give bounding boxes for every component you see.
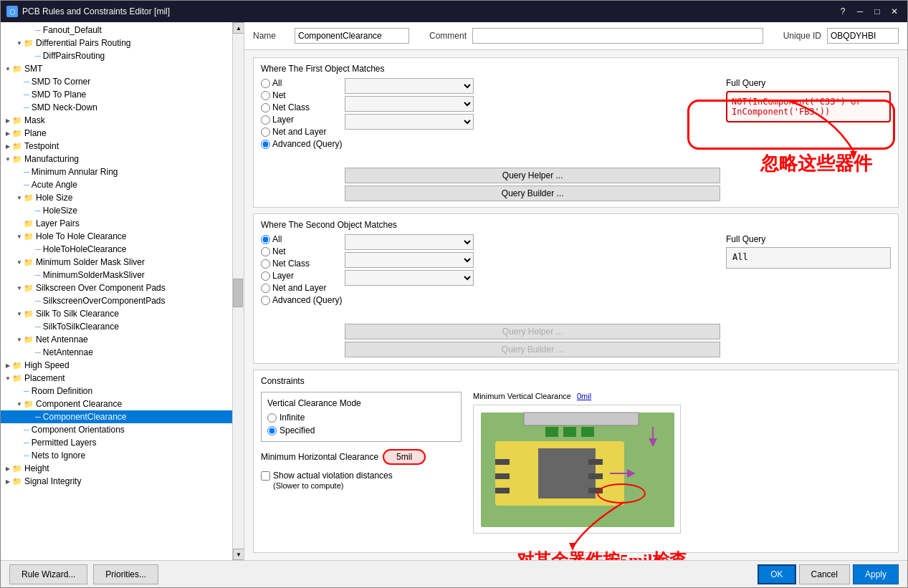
expand-icon[interactable]: ▶: [4, 140, 12, 152]
tree-item-comp_clearance[interactable]: ▼ 📁 Component Clearance: [1, 397, 232, 410]
help-button[interactable]: ?: [836, 4, 850, 19]
second-match-net[interactable]: Net: [261, 246, 342, 256]
first-match-net-layer[interactable]: Net and Layer: [261, 127, 342, 137]
tree-item-label: Height: [24, 463, 49, 473]
first-match-advanced[interactable]: Advanced (Query): [261, 139, 342, 149]
tree-item-manufacturing[interactable]: ▼ 📁 Manufacturing: [1, 153, 232, 165]
expand-icon[interactable]: ▼: [15, 231, 24, 242]
expand-icon[interactable]: ▶: [4, 115, 12, 126]
first-match-netclass[interactable]: Net Class: [261, 102, 342, 112]
tree-item-testpoint[interactable]: ▶ 📁 Testpoint: [1, 140, 232, 153]
expand-icon[interactable]: ▼: [15, 398, 24, 410]
scroll-down-btn[interactable]: ▼: [233, 549, 244, 560]
tree-item-hole_to_hole_sub[interactable]: ─ HoleToHoleClearance: [1, 243, 232, 256]
name-input[interactable]: [295, 28, 409, 44]
infinite-radio[interactable]: Infinite: [267, 413, 455, 423]
tree-item-smd_to_plane[interactable]: ─ SMD To Plane: [1, 88, 232, 101]
expand-icon[interactable]: ▼: [15, 308, 24, 319]
maximize-button[interactable]: □: [870, 4, 884, 19]
expand-icon[interactable]: ▼: [4, 372, 12, 384]
expand-icon[interactable]: ▶: [4, 476, 12, 487]
scroll-thumb[interactable]: [233, 279, 243, 307]
tree-item-permitted_layers[interactable]: ─ Permitted Layers: [1, 436, 232, 449]
tree-item-silkscreen_over[interactable]: ▼ 📁 Silkscreen Over Component Pads: [1, 281, 232, 294]
expand-icon[interactable]: ▼: [15, 192, 24, 203]
unique-id-input[interactable]: [827, 28, 899, 44]
priorities-btn[interactable]: Priorities...: [93, 564, 158, 584]
tree-item-signal_integrity[interactable]: ▶ 📁 Signal Integrity: [1, 475, 232, 488]
apply-btn[interactable]: Apply: [853, 564, 899, 584]
first-match-dd2[interactable]: [345, 96, 474, 112]
tree-item-placement[interactable]: ▼ 📁 Placement: [1, 372, 232, 385]
tree-item-icon: ─: [24, 168, 29, 176]
expand-icon[interactable]: ▶: [4, 463, 12, 474]
expand-icon[interactable]: ▼: [15, 282, 24, 294]
show-violations-check[interactable]: Show actual violation distances(Slower t…: [261, 471, 462, 491]
scroll-up-btn[interactable]: ▲: [233, 22, 244, 34]
second-query-builder-btn[interactable]: Query Builder ...: [345, 342, 720, 357]
min-horiz-input[interactable]: [383, 449, 426, 465]
second-match-dd1[interactable]: [345, 234, 474, 250]
tree-item-icon: ─: [24, 180, 29, 189]
second-match-net-layer[interactable]: Net and Layer: [261, 283, 342, 293]
tree-item-nets_to_ignore[interactable]: ─ Nets to Ignore: [1, 449, 232, 462]
tree-item-hole_size_sub[interactable]: ─ HoleSize: [1, 204, 232, 217]
specified-radio[interactable]: Specified: [267, 425, 455, 435]
tree-item-comp_clearance_sub[interactable]: ─ ComponentClearance: [1, 410, 232, 423]
second-match-netclass[interactable]: Net Class: [261, 259, 342, 269]
tree-item-comp_orient[interactable]: ─ Component Orientations: [1, 423, 232, 436]
second-match-advanced[interactable]: Advanced (Query): [261, 295, 342, 305]
tree-item-diff_pairs_routing_sub[interactable]: ─ DiffPairsRouting: [1, 49, 232, 62]
first-match-all[interactable]: All: [261, 78, 342, 88]
second-match-dd2[interactable]: [345, 252, 474, 268]
tree-item-min_annular_ring[interactable]: ─ Minimum Annular Ring: [1, 165, 232, 178]
second-query-helper-btn[interactable]: Query Helper ...: [345, 324, 720, 339]
tree-item-diff_pairs_routing[interactable]: ▼ 📁 Differential Pairs Routing: [1, 37, 232, 49]
tree-container[interactable]: ─ Fanout_Default ▼ 📁 Differential Pairs …: [1, 22, 232, 560]
first-match-layer[interactable]: Layer: [261, 115, 342, 125]
tree-item-min_solder_mask_sub[interactable]: ─ MinimumSolderMaskSliver: [1, 269, 232, 281]
expand-icon[interactable]: ▼: [15, 37, 24, 49]
first-query-helper-btn[interactable]: Query Helper ...: [345, 168, 720, 183]
cancel-btn[interactable]: Cancel: [799, 564, 850, 584]
expand-icon[interactable]: ▼: [4, 153, 12, 165]
expand-icon[interactable]: ▼: [15, 256, 24, 268]
tree-item-hole_size[interactable]: ▼ 📁 Hole Size: [1, 191, 232, 204]
second-match-layer[interactable]: Layer: [261, 271, 342, 281]
tree-item-smt[interactable]: ▼ 📁 SMT: [1, 62, 232, 75]
tree-item-plane[interactable]: ▶ 📁 Plane: [1, 127, 232, 140]
first-match-net[interactable]: Net: [261, 90, 342, 100]
first-match-dd1[interactable]: [345, 78, 474, 94]
expand-icon[interactable]: ▶: [4, 127, 12, 139]
expand-icon[interactable]: ▼: [15, 334, 24, 345]
tree-item-net_antennae[interactable]: ▼ 📁 Net Antennae: [1, 333, 232, 346]
tree-item-silk_to_silk_sub[interactable]: ─ SilkToSilkClearance: [1, 320, 232, 333]
tree-item-net_antennae_sub[interactable]: ─ NetAntennae: [1, 346, 232, 359]
second-match-dd3[interactable]: [345, 270, 474, 286]
ok-btn[interactable]: OK: [758, 564, 795, 584]
tree-item-min_solder_mask[interactable]: ▼ 📁 Minimum Solder Mask Sliver: [1, 256, 232, 269]
minimize-button[interactable]: ─: [853, 4, 867, 19]
tree-item-fanout_default[interactable]: ─ Fanout_Default: [1, 24, 232, 37]
expand-icon[interactable]: ▶: [4, 360, 12, 371]
tree-item-silkscreen_over_sub[interactable]: ─ SilkscreenOverComponentPads: [1, 294, 232, 307]
first-query-builder-btn[interactable]: Query Builder ...: [345, 185, 720, 201]
tree-item-height[interactable]: ▶ 📁 Height: [1, 462, 232, 475]
comment-input[interactable]: [472, 28, 763, 44]
first-match-dd3[interactable]: [345, 114, 474, 130]
rule-wizard-btn[interactable]: Rule Wizard...: [9, 564, 87, 584]
tree-item-high_speed[interactable]: ▶ 📁 High Speed: [1, 359, 232, 372]
tree-item-layer_pairs[interactable]: 📁 Layer Pairs: [1, 217, 232, 230]
second-match-all[interactable]: All: [261, 234, 342, 244]
tree-item-smd_neck_down[interactable]: ─ SMD Neck-Down: [1, 101, 232, 114]
close-button[interactable]: ✕: [887, 4, 902, 19]
tree-item-acute_angle[interactable]: ─ Acute Angle: [1, 178, 232, 191]
tree-item-smd_to_corner[interactable]: ─ SMD To Corner: [1, 75, 232, 88]
tree-item-room_def[interactable]: ─ Room Definition: [1, 385, 232, 397]
tree-item-silk_to_silk[interactable]: ▼ 📁 Silk To Silk Clearance: [1, 307, 232, 320]
expand-icon[interactable]: ▼: [4, 63, 12, 74]
tree-item-hole_to_hole[interactable]: ▼ 📁 Hole To Hole Clearance: [1, 230, 232, 243]
tree-item-mask[interactable]: ▶ 📁 Mask: [1, 114, 232, 127]
tree-item-label: Nets to Ignore: [32, 450, 85, 461]
min-vert-value[interactable]: 0mil: [577, 392, 591, 400]
